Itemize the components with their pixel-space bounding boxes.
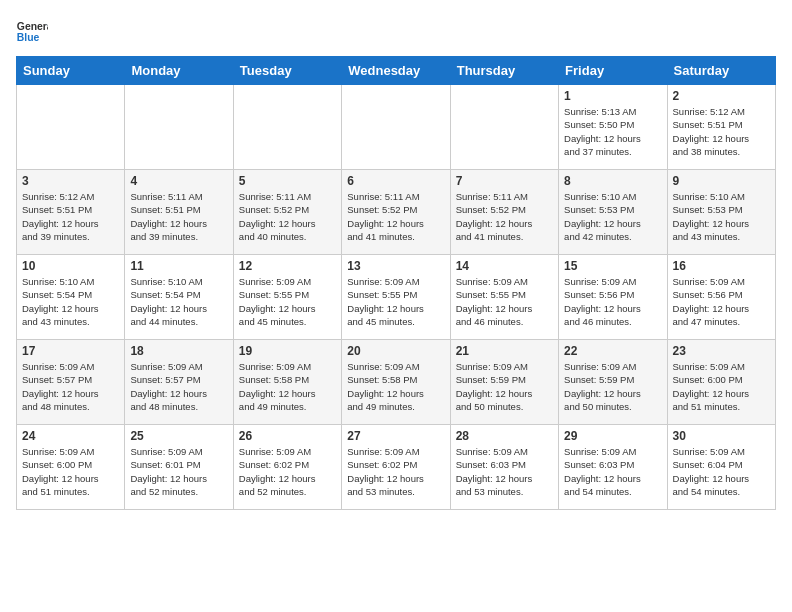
day-number: 20 (347, 344, 444, 358)
day-number: 14 (456, 259, 553, 273)
calendar-cell: 16Sunrise: 5:09 AM Sunset: 5:56 PM Dayli… (667, 255, 775, 340)
calendar-cell: 13Sunrise: 5:09 AM Sunset: 5:55 PM Dayli… (342, 255, 450, 340)
day-info: Sunrise: 5:09 AM Sunset: 5:57 PM Dayligh… (22, 360, 119, 413)
day-info: Sunrise: 5:09 AM Sunset: 6:03 PM Dayligh… (456, 445, 553, 498)
day-info: Sunrise: 5:09 AM Sunset: 5:55 PM Dayligh… (239, 275, 336, 328)
calendar-header-wednesday: Wednesday (342, 57, 450, 85)
day-info: Sunrise: 5:09 AM Sunset: 6:03 PM Dayligh… (564, 445, 661, 498)
day-number: 12 (239, 259, 336, 273)
calendar-header-friday: Friday (559, 57, 667, 85)
day-info: Sunrise: 5:09 AM Sunset: 6:01 PM Dayligh… (130, 445, 227, 498)
day-number: 22 (564, 344, 661, 358)
calendar-cell: 29Sunrise: 5:09 AM Sunset: 6:03 PM Dayli… (559, 425, 667, 510)
calendar-header-monday: Monday (125, 57, 233, 85)
svg-text:General: General (17, 21, 48, 32)
calendar-cell (125, 85, 233, 170)
day-info: Sunrise: 5:09 AM Sunset: 6:02 PM Dayligh… (347, 445, 444, 498)
day-number: 27 (347, 429, 444, 443)
calendar-cell: 14Sunrise: 5:09 AM Sunset: 5:55 PM Dayli… (450, 255, 558, 340)
calendar-cell: 27Sunrise: 5:09 AM Sunset: 6:02 PM Dayli… (342, 425, 450, 510)
day-info: Sunrise: 5:09 AM Sunset: 5:56 PM Dayligh… (564, 275, 661, 328)
day-info: Sunrise: 5:10 AM Sunset: 5:53 PM Dayligh… (673, 190, 770, 243)
day-number: 25 (130, 429, 227, 443)
svg-text:Blue: Blue (17, 32, 40, 43)
calendar-cell: 7Sunrise: 5:11 AM Sunset: 5:52 PM Daylig… (450, 170, 558, 255)
calendar-cell (342, 85, 450, 170)
calendar-cell (233, 85, 341, 170)
day-number: 23 (673, 344, 770, 358)
calendar-cell: 10Sunrise: 5:10 AM Sunset: 5:54 PM Dayli… (17, 255, 125, 340)
logo-icon: General Blue (16, 16, 48, 48)
day-number: 19 (239, 344, 336, 358)
day-number: 3 (22, 174, 119, 188)
calendar-body: 1Sunrise: 5:13 AM Sunset: 5:50 PM Daylig… (17, 85, 776, 510)
day-info: Sunrise: 5:11 AM Sunset: 5:52 PM Dayligh… (456, 190, 553, 243)
calendar-cell: 23Sunrise: 5:09 AM Sunset: 6:00 PM Dayli… (667, 340, 775, 425)
calendar-cell: 22Sunrise: 5:09 AM Sunset: 5:59 PM Dayli… (559, 340, 667, 425)
calendar-cell: 2Sunrise: 5:12 AM Sunset: 5:51 PM Daylig… (667, 85, 775, 170)
day-number: 30 (673, 429, 770, 443)
calendar-cell: 21Sunrise: 5:09 AM Sunset: 5:59 PM Dayli… (450, 340, 558, 425)
day-number: 15 (564, 259, 661, 273)
day-number: 5 (239, 174, 336, 188)
day-number: 28 (456, 429, 553, 443)
day-number: 10 (22, 259, 119, 273)
day-number: 8 (564, 174, 661, 188)
day-number: 7 (456, 174, 553, 188)
calendar-cell: 5Sunrise: 5:11 AM Sunset: 5:52 PM Daylig… (233, 170, 341, 255)
day-number: 24 (22, 429, 119, 443)
day-info: Sunrise: 5:09 AM Sunset: 5:56 PM Dayligh… (673, 275, 770, 328)
day-info: Sunrise: 5:12 AM Sunset: 5:51 PM Dayligh… (22, 190, 119, 243)
day-number: 18 (130, 344, 227, 358)
day-info: Sunrise: 5:12 AM Sunset: 5:51 PM Dayligh… (673, 105, 770, 158)
calendar-table: SundayMondayTuesdayWednesdayThursdayFrid… (16, 56, 776, 510)
day-info: Sunrise: 5:09 AM Sunset: 5:55 PM Dayligh… (347, 275, 444, 328)
calendar-week-4: 17Sunrise: 5:09 AM Sunset: 5:57 PM Dayli… (17, 340, 776, 425)
calendar-header-saturday: Saturday (667, 57, 775, 85)
calendar-cell: 17Sunrise: 5:09 AM Sunset: 5:57 PM Dayli… (17, 340, 125, 425)
day-info: Sunrise: 5:09 AM Sunset: 5:55 PM Dayligh… (456, 275, 553, 328)
day-number: 16 (673, 259, 770, 273)
calendar-cell: 25Sunrise: 5:09 AM Sunset: 6:01 PM Dayli… (125, 425, 233, 510)
day-number: 13 (347, 259, 444, 273)
calendar-cell: 19Sunrise: 5:09 AM Sunset: 5:58 PM Dayli… (233, 340, 341, 425)
calendar-cell: 3Sunrise: 5:12 AM Sunset: 5:51 PM Daylig… (17, 170, 125, 255)
calendar-cell: 28Sunrise: 5:09 AM Sunset: 6:03 PM Dayli… (450, 425, 558, 510)
day-info: Sunrise: 5:09 AM Sunset: 5:57 PM Dayligh… (130, 360, 227, 413)
calendar-cell (17, 85, 125, 170)
calendar-cell (450, 85, 558, 170)
day-info: Sunrise: 5:10 AM Sunset: 5:54 PM Dayligh… (22, 275, 119, 328)
day-info: Sunrise: 5:13 AM Sunset: 5:50 PM Dayligh… (564, 105, 661, 158)
header: General Blue (16, 16, 776, 48)
day-number: 26 (239, 429, 336, 443)
calendar-cell: 6Sunrise: 5:11 AM Sunset: 5:52 PM Daylig… (342, 170, 450, 255)
calendar-cell: 15Sunrise: 5:09 AM Sunset: 5:56 PM Dayli… (559, 255, 667, 340)
day-info: Sunrise: 5:09 AM Sunset: 6:04 PM Dayligh… (673, 445, 770, 498)
day-info: Sunrise: 5:09 AM Sunset: 5:58 PM Dayligh… (347, 360, 444, 413)
day-number: 17 (22, 344, 119, 358)
calendar-header-tuesday: Tuesday (233, 57, 341, 85)
day-info: Sunrise: 5:09 AM Sunset: 6:00 PM Dayligh… (673, 360, 770, 413)
logo-container: General Blue (16, 16, 48, 48)
day-info: Sunrise: 5:09 AM Sunset: 5:59 PM Dayligh… (456, 360, 553, 413)
calendar-cell: 9Sunrise: 5:10 AM Sunset: 5:53 PM Daylig… (667, 170, 775, 255)
calendar-week-3: 10Sunrise: 5:10 AM Sunset: 5:54 PM Dayli… (17, 255, 776, 340)
day-number: 29 (564, 429, 661, 443)
day-info: Sunrise: 5:09 AM Sunset: 5:59 PM Dayligh… (564, 360, 661, 413)
day-number: 6 (347, 174, 444, 188)
day-info: Sunrise: 5:11 AM Sunset: 5:52 PM Dayligh… (347, 190, 444, 243)
calendar-cell: 4Sunrise: 5:11 AM Sunset: 5:51 PM Daylig… (125, 170, 233, 255)
calendar-cell: 1Sunrise: 5:13 AM Sunset: 5:50 PM Daylig… (559, 85, 667, 170)
calendar-header-row: SundayMondayTuesdayWednesdayThursdayFrid… (17, 57, 776, 85)
calendar-header-thursday: Thursday (450, 57, 558, 85)
day-info: Sunrise: 5:09 AM Sunset: 6:02 PM Dayligh… (239, 445, 336, 498)
calendar-week-1: 1Sunrise: 5:13 AM Sunset: 5:50 PM Daylig… (17, 85, 776, 170)
day-info: Sunrise: 5:09 AM Sunset: 5:58 PM Dayligh… (239, 360, 336, 413)
day-number: 21 (456, 344, 553, 358)
calendar-cell: 24Sunrise: 5:09 AM Sunset: 6:00 PM Dayli… (17, 425, 125, 510)
day-number: 4 (130, 174, 227, 188)
day-info: Sunrise: 5:09 AM Sunset: 6:00 PM Dayligh… (22, 445, 119, 498)
calendar-week-2: 3Sunrise: 5:12 AM Sunset: 5:51 PM Daylig… (17, 170, 776, 255)
calendar-cell: 18Sunrise: 5:09 AM Sunset: 5:57 PM Dayli… (125, 340, 233, 425)
calendar-header-sunday: Sunday (17, 57, 125, 85)
